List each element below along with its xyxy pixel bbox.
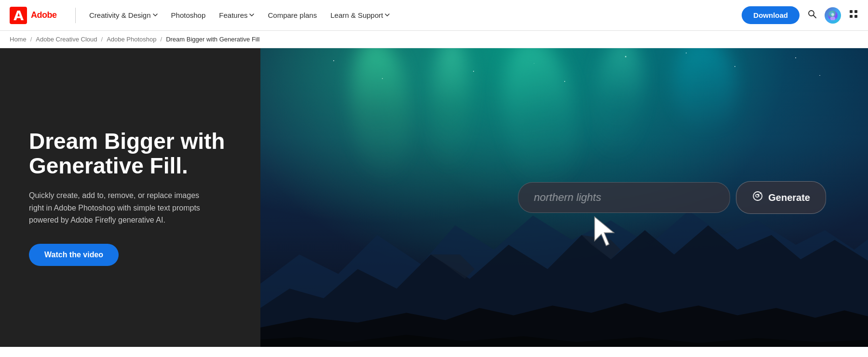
mountain-silhouette bbox=[260, 138, 868, 347]
generate-overlay: northern lights Generate bbox=[518, 181, 826, 214]
user-avatar[interactable] bbox=[825, 7, 841, 24]
svg-line-2 bbox=[814, 15, 816, 18]
generate-input[interactable]: northern lights bbox=[518, 182, 730, 213]
breadcrumb-photoshop[interactable]: Adobe Photoshop bbox=[107, 36, 156, 43]
chevron-down-icon bbox=[385, 13, 390, 17]
svg-rect-8 bbox=[850, 15, 853, 18]
breadcrumb-creative-cloud[interactable]: Adobe Creative Cloud bbox=[36, 36, 97, 43]
download-button[interactable]: Download bbox=[742, 6, 800, 24]
navbar: Adobe Creativity & Design Photoshop Feat… bbox=[0, 0, 868, 31]
chevron-down-icon bbox=[153, 13, 158, 17]
breadcrumb-current: Dream Bigger with Generative Fill bbox=[166, 36, 259, 43]
nav-link-compare-plans[interactable]: Compare plans bbox=[262, 7, 323, 23]
aurora-beam-5 bbox=[671, 48, 739, 136]
nav-links: Creativity & Design Photoshop Features C… bbox=[83, 7, 742, 23]
breadcrumb-sep-1: / bbox=[30, 36, 32, 43]
breadcrumb: Home / Adobe Creative Cloud / Adobe Phot… bbox=[0, 31, 868, 48]
breadcrumb-sep-3: / bbox=[161, 36, 163, 43]
breadcrumb-home[interactable]: Home bbox=[10, 36, 27, 43]
svg-rect-7 bbox=[854, 10, 857, 13]
generate-button-label: Generate bbox=[768, 192, 810, 203]
generate-icon bbox=[752, 190, 763, 205]
nav-link-learn-support[interactable]: Learn & Support bbox=[325, 7, 395, 23]
watch-video-button[interactable]: Watch the video bbox=[29, 244, 119, 266]
nav-divider bbox=[75, 8, 76, 23]
nav-link-photoshop[interactable]: Photoshop bbox=[165, 7, 212, 23]
generate-button[interactable]: Generate bbox=[736, 181, 826, 214]
hero-description: Quickly create, add to, remove, or repla… bbox=[29, 189, 212, 226]
hero-section: Dream Bigger with Generative Fill. Quick… bbox=[0, 48, 868, 347]
svg-rect-0 bbox=[10, 7, 27, 24]
hero-right-panel: northern lights Generate bbox=[260, 48, 868, 347]
grid-icon[interactable] bbox=[849, 9, 858, 21]
hero-left-panel: Dream Bigger with Generative Fill. Quick… bbox=[0, 48, 260, 347]
nav-logo[interactable]: Adobe bbox=[10, 7, 63, 24]
nav-right: Download bbox=[742, 6, 858, 24]
nav-link-creativity-design[interactable]: Creativity & Design bbox=[83, 7, 163, 23]
adobe-brand-label: Adobe bbox=[31, 10, 57, 20]
breadcrumb-sep-2: / bbox=[101, 36, 103, 43]
nav-link-features[interactable]: Features bbox=[213, 7, 260, 23]
svg-rect-6 bbox=[850, 10, 853, 13]
adobe-logo-icon bbox=[10, 7, 27, 24]
svg-point-1 bbox=[809, 11, 814, 16]
svg-point-4 bbox=[831, 13, 834, 16]
search-icon[interactable] bbox=[807, 9, 817, 21]
chevron-down-icon bbox=[249, 13, 254, 17]
svg-rect-9 bbox=[854, 15, 857, 18]
hero-title: Dream Bigger with Generative Fill. bbox=[29, 129, 231, 178]
